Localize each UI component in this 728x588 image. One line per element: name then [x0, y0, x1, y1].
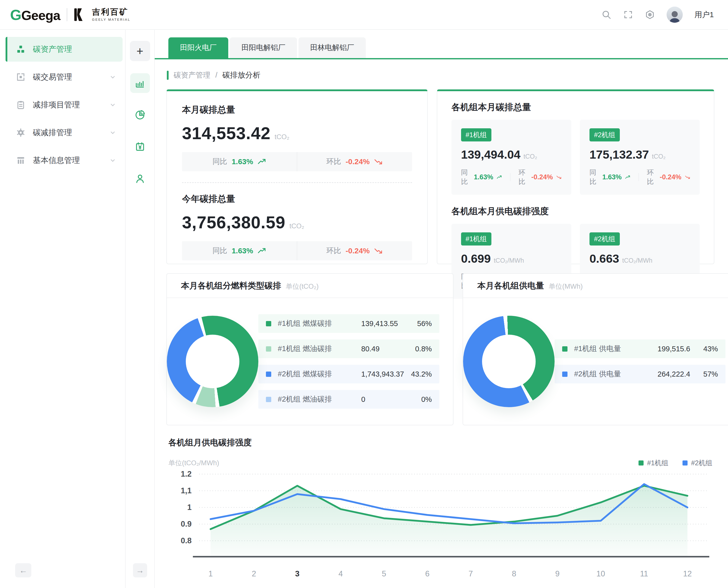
- unit-value-row: 139,494.04 tCO₂: [461, 147, 562, 162]
- units-emission-grid: #1机组 139,494.04 tCO₂ 同比 1.63% 环比 -0.24%: [451, 120, 700, 195]
- year-emission-value: 3,756,380.59: [182, 212, 285, 232]
- sidebar-item-carbon-reduction[interactable]: 碳减排管理: [5, 120, 123, 145]
- person-icon: [135, 173, 145, 184]
- legend-pct: 43.2%: [404, 370, 432, 378]
- chevron-down-icon[interactable]: [109, 74, 116, 80]
- brand-cn: 吉利百矿: [92, 8, 130, 16]
- tab-tianlin-aluminum[interactable]: 田林电解铝厂: [299, 37, 366, 58]
- sidebar-item-basic-info[interactable]: 基本信息管理: [5, 148, 123, 173]
- collapse-sidebar-button[interactable]: ←: [15, 563, 31, 578]
- app-header: GGeega 吉利百矿 GEELY MATERIAL 用户1: [0, 0, 728, 30]
- yoy-label: 同比: [212, 156, 227, 167]
- mom-value: -0.24%: [531, 173, 553, 181]
- swatch-light-blue: [266, 397, 271, 402]
- svg-text:11: 11: [640, 569, 648, 578]
- legend-row: #2机组 供电量 264,222.4 57%: [554, 365, 726, 383]
- svg-text:8: 8: [512, 569, 516, 578]
- units-card: 各机组本月碳排总量 #1机组 139,494.04 tCO₂ 同比 1.63%: [437, 89, 714, 264]
- month-emission-value-row: 314,553.42 tCO₂: [182, 123, 412, 143]
- sidebar-item-carbon-assets[interactable]: 碳资产管理: [5, 37, 123, 62]
- legend-label: #2机组: [691, 458, 712, 467]
- rail-item-billing[interactable]: [130, 137, 150, 156]
- legend-label: #1机组 供电量: [574, 344, 658, 354]
- fullscreen-icon[interactable]: [623, 9, 633, 20]
- sidebar-item-label: 碳交易管理: [33, 72, 109, 82]
- chevron-down-icon[interactable]: [109, 157, 116, 164]
- chevron-down-icon[interactable]: [109, 102, 116, 108]
- trend-down-icon: [557, 174, 561, 180]
- fuel-donut-chart[interactable]: [167, 316, 258, 407]
- supply-card-header: 本月各机组供电量 单位(MWh): [463, 274, 728, 298]
- sidebar-item-reduction-projects[interactable]: 减排项目管理: [5, 92, 123, 117]
- app-body: 碳资产管理 碳交易管理 减排项目管理: [0, 30, 728, 588]
- svg-text:9: 9: [555, 569, 560, 578]
- year-emission-stats: 同比 1.63% 环比 -0.24%: [182, 241, 412, 260]
- brand-divider: [67, 8, 67, 21]
- icon-rail: +: [126, 30, 155, 588]
- supply-donut-chart[interactable]: [463, 316, 554, 407]
- unit-value: 139,494.04: [461, 147, 521, 162]
- bar-chart-icon: [135, 78, 145, 88]
- svg-text:1: 1: [187, 503, 191, 512]
- supply-card: 本月各机组供电量 单位(MWh) #1机组 供电量 199,515.6 43%: [463, 273, 728, 425]
- unit-stats: 同比 1.63% 环比 -0.24%: [461, 168, 562, 186]
- legend-row: #2机组 燃油碳排 0 0%: [258, 390, 439, 409]
- trend-section: 各机组月供电碳排强度 单位(tCO₂/MWh) #1机组 #2机组 1.21,1…: [166, 437, 714, 588]
- supply-card-title: 本月各机组供电量: [477, 280, 544, 292]
- header-actions: 用户1: [601, 6, 714, 23]
- search-icon[interactable]: [601, 9, 611, 20]
- fuel-emission-card: 本月各机组分燃料类型碳排 单位(tCO₂) #1机组 燃煤碳排 139,413.…: [166, 273, 453, 425]
- trend-down-icon: [685, 174, 690, 180]
- legend-item-unit2[interactable]: #2机组: [683, 458, 712, 467]
- mom-cell: 环比 -0.24%: [297, 246, 412, 256]
- mom-label: 环比: [326, 246, 341, 256]
- breadcrumb-section[interactable]: 碳资产管理: [174, 70, 210, 80]
- add-button[interactable]: +: [130, 41, 150, 61]
- rail-item-pie-report[interactable]: [130, 105, 150, 125]
- rail-footer: →: [133, 563, 147, 578]
- rail-item-user[interactable]: [130, 169, 150, 188]
- breadcrumb-separator: /: [215, 71, 217, 79]
- donut-hole: [482, 335, 535, 388]
- chevron-down-icon[interactable]: [109, 129, 116, 136]
- svg-text:10: 10: [596, 569, 605, 578]
- yoy-cell: 同比 1.63%: [182, 246, 297, 256]
- assets-icon: [16, 45, 25, 54]
- svg-text:1: 1: [208, 569, 213, 578]
- svg-text:12: 12: [683, 569, 692, 578]
- expand-panel-button[interactable]: →: [133, 563, 147, 578]
- tab-tianyang-aluminum[interactable]: 田阳电解铝厂: [230, 37, 297, 58]
- brand: GGeega 吉利百矿 GEELY MATERIAL: [10, 6, 130, 23]
- fuel-card-unit: 单位(tCO₂): [286, 282, 319, 291]
- trend-unit-label: 单位(tCO₂/MWh): [168, 458, 219, 467]
- swatch-blue: [266, 372, 271, 377]
- legend-item-unit1[interactable]: #1机组: [639, 458, 668, 467]
- unit-value-row: 175,132.37 tCO₂: [589, 147, 690, 162]
- settings-icon[interactable]: [645, 9, 655, 20]
- legend-pct: 0%: [404, 395, 432, 404]
- tab-tianyang-thermal[interactable]: 田阳火电厂: [168, 37, 228, 58]
- legend-pct: 56%: [404, 319, 432, 328]
- svg-text:4: 4: [339, 569, 343, 578]
- sidebar-item-label: 基本信息管理: [33, 155, 109, 166]
- legend-label: #1机组: [647, 458, 668, 467]
- stat-divider: [510, 173, 510, 181]
- geega-logo-g: G: [10, 6, 21, 23]
- user-name[interactable]: 用户1: [694, 9, 714, 20]
- unit2-emission-card: #2机组 175,132.37 tCO₂ 同比 1.63% 环比 -0.24%: [580, 120, 700, 195]
- legend-pct: 43%: [690, 345, 718, 353]
- accent-bar: [5, 92, 7, 117]
- trend-down-icon: [374, 158, 383, 165]
- yoy-label: 同比: [461, 168, 470, 186]
- rail-item-analysis[interactable]: [130, 73, 150, 93]
- trend-line-chart[interactable]: 1.21,110.90.8123456789101112: [166, 469, 714, 588]
- sidebar-item-carbon-trading[interactable]: 碳交易管理: [5, 65, 123, 89]
- legend-value: 0: [361, 395, 404, 404]
- building-columns-icon: [16, 156, 25, 165]
- donut-wrap: [463, 316, 554, 407]
- accent-bar: [5, 148, 7, 173]
- unit-value: 0.663: [589, 252, 619, 266]
- avatar[interactable]: [667, 6, 683, 23]
- supply-card-body: #1机组 供电量 199,515.6 43% #2机组 供电量 264,222.…: [463, 298, 728, 425]
- sidebar-item-label: 碳资产管理: [33, 44, 116, 55]
